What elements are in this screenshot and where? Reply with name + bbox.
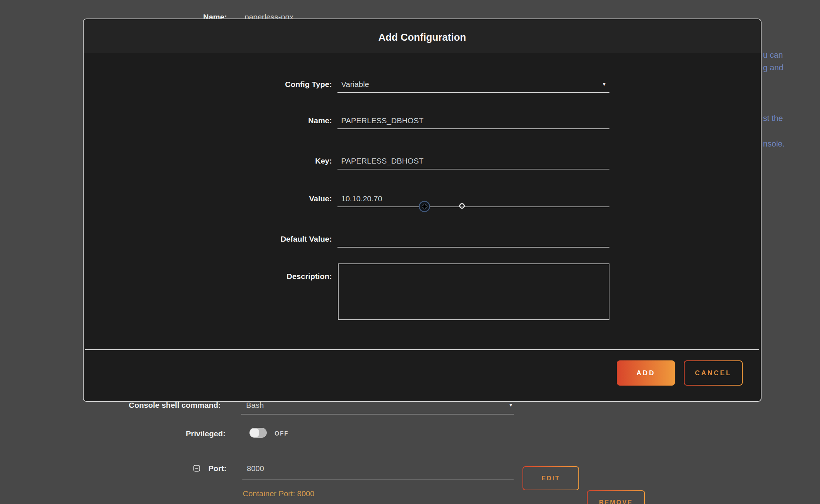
config-type-value: Variable xyxy=(341,80,369,88)
value-input[interactable]: 10.10.20.70 xyxy=(337,190,609,207)
name-value: PAPERLESS_DBHOST xyxy=(341,116,424,125)
help-text-fragment: st the xyxy=(763,112,785,125)
port-label: Port: xyxy=(208,464,226,473)
chevron-down-icon: ▼ xyxy=(602,76,606,93)
name-input[interactable]: PAPERLESS_DBHOST xyxy=(337,112,609,129)
chevron-down-icon[interactable]: ▼ xyxy=(508,402,513,408)
config-type-select[interactable]: Variable ▼ xyxy=(337,76,609,93)
cancel-button[interactable]: CANCEL xyxy=(684,360,743,386)
toggle-knob xyxy=(250,429,259,437)
port-input[interactable]: 8000 xyxy=(247,464,264,473)
cancel-button-label: CANCEL xyxy=(695,369,732,377)
console-shell-underline xyxy=(241,414,514,414)
config-type-label: Config Type: xyxy=(84,76,332,93)
edit-button-label: EDIT xyxy=(541,475,560,482)
edit-button[interactable]: EDIT xyxy=(522,466,579,490)
modal-header: Add Configuration xyxy=(84,19,761,53)
help-text-fragment: nsole. xyxy=(763,138,785,150)
privileged-label: Privileged: xyxy=(186,429,225,438)
help-text-fragment: u can xyxy=(763,49,785,61)
value-label: Value: xyxy=(84,190,332,207)
move-cursor-icon xyxy=(419,201,430,212)
privileged-toggle[interactable] xyxy=(249,428,267,438)
container-port-note: Container Port: 8000 xyxy=(243,489,315,498)
value-value: 10.10.20.70 xyxy=(341,194,382,203)
help-text-fragment: g and xyxy=(763,61,785,74)
name-label: Name: xyxy=(84,112,332,129)
modal-title: Add Configuration xyxy=(84,19,761,56)
port-underline xyxy=(242,480,514,480)
pointer-ring-icon xyxy=(459,203,465,209)
add-button-label: ADD xyxy=(636,369,655,377)
remove-button[interactable]: REMOVE xyxy=(587,490,645,504)
key-value: PAPERLESS_DBHOST xyxy=(341,157,424,165)
default-value-label: Default Value: xyxy=(84,231,332,248)
key-input[interactable]: PAPERLESS_DBHOST xyxy=(337,152,609,169)
add-button[interactable]: ADD xyxy=(617,360,675,386)
remove-button-label: REMOVE xyxy=(599,499,633,504)
console-shell-label: Console shell command: xyxy=(129,401,221,410)
collapse-icon[interactable] xyxy=(193,465,200,472)
modal-footer-divider xyxy=(85,349,759,350)
console-shell-select[interactable]: Bash xyxy=(246,401,264,410)
description-label: Description: xyxy=(84,268,332,285)
privileged-state: OFF xyxy=(275,430,289,437)
default-value-input[interactable] xyxy=(337,231,609,248)
key-label: Key: xyxy=(84,152,332,169)
container-settings-page: Name: paperless-ngx u can g and st the n… xyxy=(0,0,820,504)
description-textarea[interactable] xyxy=(338,263,609,320)
help-text-column: u can g and st the nsole. xyxy=(763,49,785,150)
